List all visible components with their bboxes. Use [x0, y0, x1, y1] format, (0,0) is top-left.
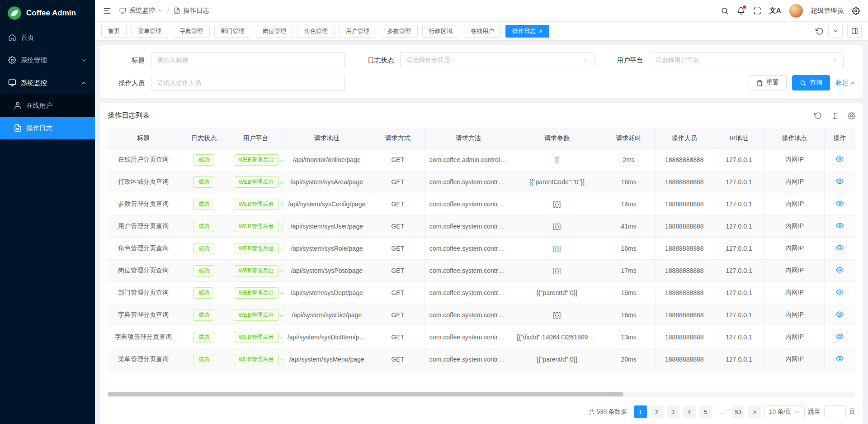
- page-ellipsis[interactable]: ...: [716, 405, 728, 418]
- fullscreen-icon[interactable]: [753, 7, 761, 15]
- cell-duration: 16ms: [602, 304, 656, 326]
- view-detail-button[interactable]: [836, 266, 844, 274]
- cell-operator: 18888888888: [656, 304, 713, 326]
- user-platform-select[interactable]: 请选择用户平台: [650, 52, 844, 68]
- tab-岗位管理[interactable]: 岗位管理: [256, 25, 293, 38]
- page-size-select[interactable]: 10 条/页: [764, 405, 805, 418]
- cell-handler: com.coffee.admin.controller...: [425, 149, 512, 171]
- cell-params: [{"parentCode":"0"}]: [512, 171, 602, 193]
- jump-page-input[interactable]: [824, 405, 846, 418]
- cell-method: GET: [371, 348, 425, 371]
- menu-fold-icon[interactable]: [103, 7, 111, 15]
- tab-label: 操作日志: [512, 27, 536, 35]
- username[interactable]: 超级管理员: [811, 6, 844, 15]
- eye-icon: [836, 155, 844, 163]
- page-button-2[interactable]: 2: [651, 405, 663, 418]
- refresh-icon[interactable]: [816, 27, 824, 35]
- cell-method: GET: [371, 215, 425, 238]
- settings-gear-icon[interactable]: [852, 7, 860, 15]
- tab-菜单管理[interactable]: 菜单管理: [131, 25, 168, 38]
- page-button-1[interactable]: 1: [634, 405, 647, 418]
- tab-close-icon[interactable]: ×: [539, 28, 542, 34]
- sidebar-item-label: 系统监控: [21, 79, 47, 87]
- density-icon[interactable]: [831, 112, 839, 119]
- cell-url: /api/system/sysDictItem/pa...: [283, 326, 371, 348]
- tab-label: 部门管理: [221, 27, 245, 35]
- tab-操作日志[interactable]: 操作日志×: [505, 25, 549, 38]
- eye-icon: [836, 177, 844, 185]
- notifications-button[interactable]: [737, 7, 745, 15]
- scrollbar-thumb[interactable]: [108, 392, 623, 396]
- view-detail-button[interactable]: [836, 333, 844, 340]
- search-button[interactable]: 查询: [792, 75, 830, 91]
- log-status-select[interactable]: 请选择日志状态: [400, 52, 594, 68]
- page-button-5[interactable]: 5: [699, 405, 712, 418]
- breadcrumb-item-monitor[interactable]: 系统监控: [119, 6, 163, 15]
- tab-部门管理[interactable]: 部门管理: [214, 25, 251, 38]
- cell-platform: WEB管理后台: [229, 149, 283, 171]
- view-detail-button[interactable]: [836, 200, 844, 207]
- sidebar-menu: 首页 系统管理 系统监控 在线用户 操作日志: [0, 26, 95, 139]
- tab-角色管理[interactable]: 角色管理: [297, 25, 335, 38]
- refresh-icon[interactable]: [814, 112, 822, 119]
- tab-字典管理[interactable]: 字典管理: [173, 25, 210, 38]
- table-header-row: 标题日志状态用户平台请求地址请求方式请求方法请求参数请求耗时操作人员IP地址操作…: [108, 128, 855, 149]
- page-button-3[interactable]: 3: [667, 405, 679, 418]
- tab-options-button[interactable]: [828, 25, 843, 38]
- filter-field-status: 日志状态 请选择日志状态: [357, 52, 606, 68]
- view-detail-button[interactable]: [836, 155, 844, 163]
- translate-icon[interactable]: 文A: [769, 6, 781, 15]
- tab-在线用户[interactable]: 在线用户: [464, 25, 501, 38]
- next-page-button[interactable]: >: [748, 405, 761, 418]
- view-detail-button[interactable]: [836, 244, 844, 252]
- view-detail-button[interactable]: [836, 222, 844, 229]
- status-tag: 成功: [193, 354, 214, 365]
- cell-action: [825, 348, 855, 371]
- cell-operator: 18888888888: [656, 171, 713, 193]
- operator-input[interactable]: [151, 75, 345, 91]
- table-row: 角色管理分页查询成功WEB管理后台/api/system/sysRole/pag…: [108, 238, 855, 260]
- view-detail-button[interactable]: [836, 355, 844, 362]
- cell-title: 字典项管理分页查询: [108, 326, 179, 348]
- collapse-toggle[interactable]: 收起: [835, 79, 855, 87]
- sidebar-item-system-monitor[interactable]: 系统监控: [0, 71, 95, 94]
- status-tag: 成功: [193, 332, 214, 343]
- view-detail-button[interactable]: [836, 177, 844, 185]
- page-list: 12345...53: [634, 405, 745, 418]
- column-settings-icon[interactable]: [848, 112, 855, 119]
- cell-url: /api/system/sysMenu/page: [283, 348, 371, 371]
- sidebar-item-operation-log[interactable]: 操作日志: [0, 117, 95, 139]
- page-button-4[interactable]: 4: [683, 405, 696, 418]
- cell-method: GET: [371, 326, 425, 348]
- tab-参数管理[interactable]: 参数管理: [381, 25, 418, 38]
- cell-duration: 16ms: [602, 238, 656, 260]
- sidebar-item-online-users[interactable]: 在线用户: [0, 94, 95, 117]
- layout-toggle-button[interactable]: [847, 25, 862, 38]
- page-button-53[interactable]: 53: [732, 405, 745, 418]
- tab-行政区域[interactable]: 行政区域: [422, 25, 459, 38]
- notification-badge: [743, 5, 746, 9]
- reset-button[interactable]: 重置: [749, 75, 787, 91]
- tab-用户管理[interactable]: 用户管理: [339, 25, 376, 38]
- cell-handler: com.coffee.system.controlle...: [425, 215, 512, 238]
- cell-handler: com.coffee.system.controlle...: [425, 193, 512, 215]
- cell-location: 内网IP: [764, 348, 824, 371]
- view-detail-button[interactable]: [836, 288, 844, 296]
- chevron-up-icon: [81, 80, 87, 86]
- sidebar-item-home[interactable]: 首页: [0, 26, 95, 49]
- cell-handler: com.coffee.system.controlle...: [425, 282, 512, 304]
- avatar[interactable]: [789, 4, 803, 18]
- tab-首页[interactable]: 首页: [101, 25, 127, 38]
- cell-title: 部门管理分页查询: [108, 282, 179, 304]
- view-detail-button[interactable]: [836, 310, 844, 318]
- cell-status: 成功: [179, 215, 229, 238]
- search-icon[interactable]: [721, 7, 729, 15]
- monitor-icon: [8, 79, 16, 87]
- column-header-3: 用户平台: [229, 128, 283, 149]
- horizontal-scrollbar[interactable]: [108, 391, 855, 397]
- title-input[interactable]: [151, 52, 345, 68]
- gear-icon: [8, 56, 16, 64]
- sidebar-item-system-management[interactable]: 系统管理: [0, 49, 95, 71]
- cell-title: 参数管理分页查询: [108, 193, 179, 215]
- cell-title: 在线用户分页查询: [108, 149, 179, 171]
